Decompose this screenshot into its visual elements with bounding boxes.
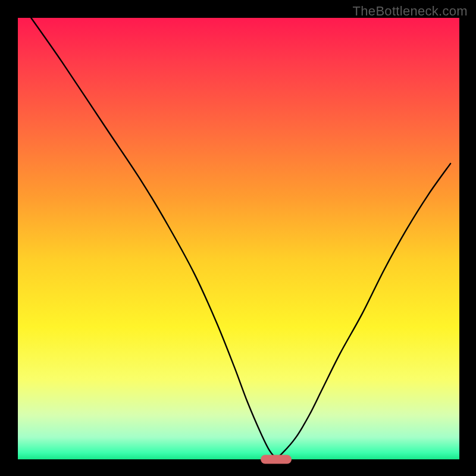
bottleneck-chart — [0, 0, 476, 476]
chart-container: TheBottleneck.com — [0, 0, 476, 476]
watermark-text: TheBottleneck.com — [353, 4, 468, 19]
plot-background — [18, 18, 459, 459]
optimal-marker — [261, 455, 292, 464]
